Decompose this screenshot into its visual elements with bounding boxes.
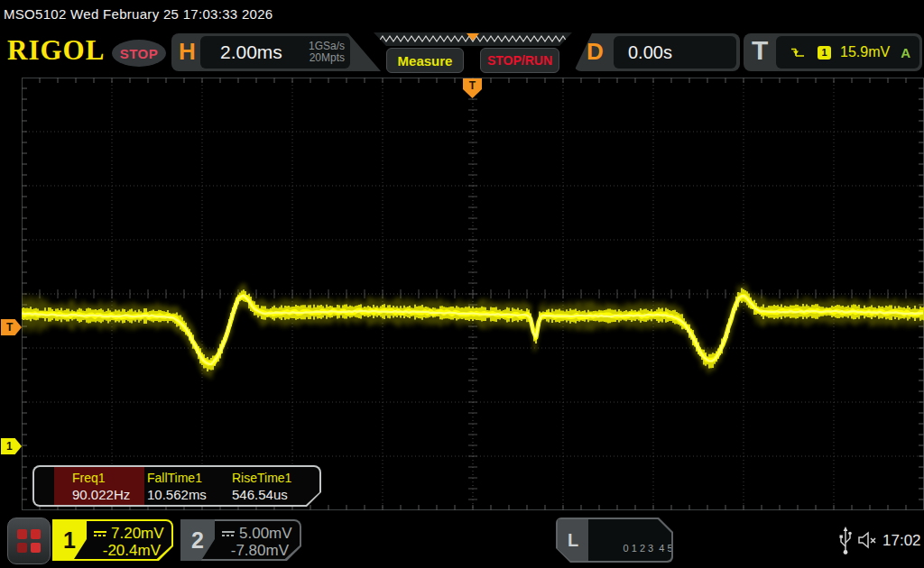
channel1-border: 7.20mV -20.4mV 1	[52, 519, 173, 561]
sample-rate: 1GSa/s	[309, 40, 345, 52]
waveform-display[interactable]	[22, 78, 924, 510]
trigger-label: T	[752, 35, 768, 66]
channel2-border: 5.00mV -7.80mV 2	[180, 519, 301, 561]
trigger-source-badge: 1	[818, 46, 831, 60]
trigger-level-value: 15.9mV	[840, 44, 890, 60]
dc-coupling-icon	[94, 531, 106, 536]
horizontal-label: H	[179, 38, 196, 66]
header-bar: RIGOL STOP H 2.00ms 1GSa/s 20Mpts Measur…	[0, 29, 924, 76]
usb-icon	[839, 527, 852, 559]
measurement-panel-inner: Freq1 90.022Hz FallTime1 10.562ms RiseTi…	[34, 467, 319, 505]
falling-edge-icon	[790, 46, 805, 59]
delay-label: D	[587, 38, 604, 66]
dc-coupling-icon	[222, 531, 235, 536]
measurement-panel[interactable]: Freq1 90.022Hz FallTime1 10.562ms RiseTi…	[32, 465, 321, 507]
clock: 17:02	[882, 532, 921, 550]
rigol-logo: RIGOL	[7, 34, 105, 67]
delay-value: 0.00s	[628, 42, 672, 63]
timebase-value: 2.00ms	[220, 41, 282, 63]
horizontal-timebase-box[interactable]: H 2.00ms 1GSa/s 20Mpts	[171, 33, 381, 71]
trigger-position-bar[interactable]	[374, 32, 572, 46]
horizontal-readout: 2.00ms 1GSa/s 20Mpts	[200, 36, 350, 69]
channel1-ground-marker[interactable]: 1	[1, 438, 22, 454]
delay-readout: 0.00s	[614, 36, 736, 69]
trigger-level-marker[interactable]: T	[1, 319, 22, 335]
logic-row-1: 0 1 2 3 4 5 6 7	[624, 543, 689, 554]
memory-depth: 20Mpts	[310, 51, 345, 64]
measure-button[interactable]: Measure	[386, 48, 464, 73]
run-state-badge: STOP	[112, 40, 166, 67]
trigger-box[interactable]: T 1 15.9mV A	[744, 33, 922, 71]
quick-menu-button[interactable]	[7, 518, 51, 564]
channel1-offset: -20.4mV	[103, 542, 161, 560]
measurement-value: 546.54us	[232, 487, 288, 502]
logic-channels-badge[interactable]: 0 1 2 3 4 5 6 7 8 9 10 11 12 13 14 15 L	[556, 518, 673, 563]
measurement-label[interactable]: RiseTime1	[232, 471, 291, 485]
model-and-datetime: MSO5102 Wed February 25 17:03:33 2026	[0, 0, 924, 29]
delay-box[interactable]: D 0.00s	[574, 33, 740, 71]
measurement-label[interactable]: Freq1	[72, 471, 106, 485]
channel1-badge[interactable]: 7.20mV -20.4mV 1	[52, 519, 173, 561]
channel2-scale: 5.00mV	[239, 525, 292, 543]
trigger-mode-auto: A	[901, 45, 910, 60]
channel2-offset: -7.80mV	[231, 542, 289, 560]
speaker-muted-icon	[857, 530, 881, 554]
squares-icon	[17, 529, 41, 553]
logic-channel-numbers: 0 1 2 3 4 5 6 7 8 9 10 11 12 13 14 15	[596, 527, 719, 568]
measurement-value: 10.562ms	[147, 487, 207, 502]
stop-run-button[interactable]: STOP/RUN	[480, 48, 559, 73]
measurement-label[interactable]: FallTime1	[147, 471, 202, 485]
oscilloscope-screen: MSO5102 Wed February 25 17:03:33 2026 RI…	[0, 0, 924, 568]
trigger-position-zigzag	[374, 32, 572, 46]
channel1-scale: 7.20mV	[111, 525, 164, 543]
trigger-readout: 1 15.9mV A	[776, 36, 919, 69]
channel2-badge[interactable]: 5.00mV -7.80mV 2	[180, 519, 301, 561]
bottom-bar: 7.20mV -20.4mV 1 5.00mV -7.80mV	[0, 514, 924, 568]
measurement-value: 90.022Hz	[72, 487, 130, 502]
logic-label: L	[558, 519, 588, 561]
scope-canvas	[22, 78, 924, 510]
acquisition-info: 1GSa/s 20Mpts	[309, 41, 345, 64]
